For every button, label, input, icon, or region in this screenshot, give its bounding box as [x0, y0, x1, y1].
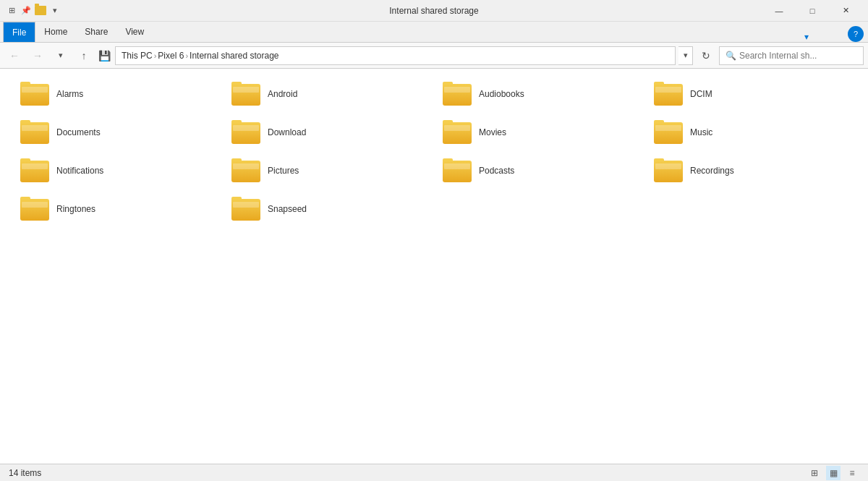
folder-icon — [443, 158, 472, 182]
folder-grid: Alarms Android Audiobooks — [14, 77, 854, 225]
search-icon: 🔍 — [726, 51, 736, 61]
folder-icon — [231, 120, 260, 144]
ribbon: File Home Share View ▾ ? — [0, 22, 868, 43]
folder-item[interactable]: Audiobooks — [437, 77, 642, 110]
folder-name: Music — [690, 127, 712, 137]
details-view-button[interactable]: ⊞ — [807, 466, 822, 480]
folder-icon — [443, 82, 472, 106]
window-title: Internal shared storage — [389, 6, 478, 16]
folder-item[interactable]: Alarms — [14, 77, 220, 110]
folder-name: Alarms — [56, 89, 83, 99]
folder-name: Movies — [479, 127, 506, 137]
ribbon-help-chevron[interactable]: ▾ — [804, 32, 809, 42]
title-bar: ⊞ 📌 ▾ Internal shared storage — □ ✕ — [0, 0, 868, 22]
folder-item[interactable]: Notifications — [14, 154, 220, 187]
folder-icon — [654, 120, 683, 144]
breadcrumb-storage: Internal shared storage — [190, 51, 278, 61]
window-controls: — □ ✕ — [762, 0, 862, 22]
folder-name: Notifications — [56, 166, 103, 176]
folder-icon — [231, 197, 260, 221]
status-right: ⊞ ▦ ≡ — [807, 466, 859, 480]
back-button[interactable]: ← — [4, 46, 25, 65]
folder-icon — [654, 158, 683, 182]
folder-item[interactable]: Snapseed — [226, 192, 431, 225]
status-bar: 14 items ⊞ ▦ ≡ — [0, 464, 868, 481]
folder-name: DCIM — [690, 89, 712, 99]
folder-icon — [20, 158, 49, 182]
breadcrumb-sep1: › — [154, 51, 157, 60]
folder-item[interactable]: Music — [648, 116, 854, 148]
breadcrumb-pixel6: Pixel 6 — [158, 51, 184, 61]
address-breadcrumb[interactable]: This PC › Pixel 6 › Internal shared stor… — [115, 46, 676, 65]
folder-item[interactable]: Podcasts — [437, 154, 642, 187]
breadcrumb-thispc: This PC — [122, 51, 153, 61]
title-bar-icons: ⊞ 📌 ▾ — [6, 5, 61, 17]
folder-icon — [20, 120, 49, 144]
tab-view[interactable]: View — [116, 22, 153, 42]
tab-home[interactable]: Home — [35, 22, 76, 42]
folder-item[interactable]: Documents — [14, 116, 220, 148]
main-content: Alarms Android Audiobooks — [0, 69, 868, 464]
folder-item[interactable]: Movies — [437, 116, 642, 148]
folder-icon — [654, 82, 683, 106]
down-arrow-icon: ▾ — [49, 5, 61, 17]
folder-name: Snapseed — [268, 204, 307, 214]
minimize-button[interactable]: — — [762, 0, 796, 22]
tab-share[interactable]: Share — [76, 22, 116, 42]
folder-icon — [443, 120, 472, 144]
nav-dropdown-button[interactable]: ▾ — [51, 46, 71, 65]
folder-name: Podcasts — [479, 166, 514, 176]
item-count: 14 items — [9, 468, 41, 478]
help-button[interactable]: ? — [848, 26, 864, 42]
refresh-button[interactable]: ↻ — [696, 46, 716, 65]
tab-file[interactable]: File — [3, 22, 35, 42]
folder-item[interactable]: Android — [226, 77, 431, 110]
folder-item[interactable]: DCIM — [648, 77, 854, 110]
folder-name: Android — [268, 89, 297, 99]
folder-item[interactable]: Recordings — [648, 154, 854, 187]
folder-icon — [231, 82, 260, 106]
maximize-button[interactable]: □ — [796, 0, 829, 22]
ribbon-tabs: File Home Share View ▾ ? — [0, 22, 868, 42]
pin-icon: 📌 — [20, 5, 32, 17]
breadcrumb-sep2: › — [185, 51, 188, 60]
folder-item[interactable]: Pictures — [226, 154, 431, 187]
search-box[interactable]: 🔍 — [719, 46, 864, 65]
folder-icon — [20, 197, 49, 221]
close-button[interactable]: ✕ — [829, 0, 862, 22]
folder-icon — [20, 82, 49, 106]
list-view-button[interactable]: ≡ — [845, 466, 859, 480]
folder-name: Pictures — [268, 166, 299, 176]
forward-button[interactable]: → — [27, 46, 48, 65]
folder-item[interactable]: Download — [226, 116, 431, 148]
folder-name: Audiobooks — [479, 89, 524, 99]
breadcrumb-dropdown[interactable]: ▾ — [678, 46, 693, 65]
large-icons-view-button[interactable]: ▦ — [826, 466, 841, 480]
folder-icon — [231, 158, 260, 182]
system-icon: ⊞ — [6, 5, 17, 17]
up-button[interactable]: ↑ — [74, 46, 94, 65]
address-bar: ← → ▾ ↑ 💾 This PC › Pixel 6 › Internal s… — [0, 43, 868, 69]
folder-name: Ringtones — [56, 204, 95, 214]
folder-name: Download — [268, 127, 306, 137]
folder-icon-titlebar — [35, 6, 46, 15]
folder-item[interactable]: Ringtones — [14, 192, 220, 225]
folder-name: Recordings — [690, 166, 734, 176]
search-input[interactable] — [739, 51, 848, 61]
folder-name: Documents — [56, 127, 101, 137]
drive-icon: 💾 — [98, 50, 111, 61]
